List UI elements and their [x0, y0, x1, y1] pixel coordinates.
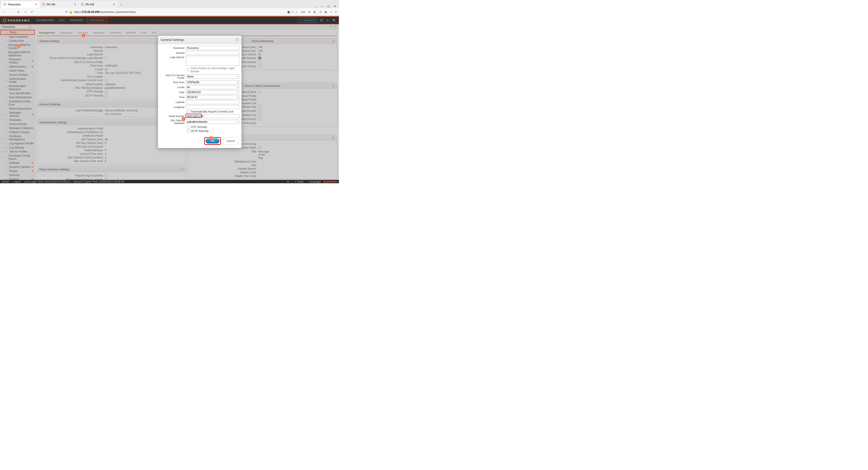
sidebar-item[interactable]: ▫Licenses: [0, 173, 35, 177]
play-icon[interactable]: ▶: [325, 10, 327, 13]
sidebar-item[interactable]: ▫Device Quarantine: [0, 107, 35, 111]
sidebar-item[interactable]: ▸▫Certificate Management: [0, 134, 35, 142]
url-filtering-select[interactable]: paloaltonetworks▾: [186, 120, 239, 124]
timezone-select[interactable]: US/Pacific▾: [186, 80, 239, 84]
nav-home-button[interactable]: ⌂: [23, 9, 28, 15]
window-close-button[interactable]: ✕: [334, 5, 336, 8]
gtp-security-checkbox[interactable]: [187, 126, 190, 129]
sidebar-item[interactable]: ▫Managed WildFire Appliances: [0, 50, 35, 57]
locale-select[interactable]: en▾: [186, 85, 239, 89]
scope-selector[interactable]: Panorama ▾: [1, 25, 31, 29]
search-icon[interactable]: 🔍: [332, 18, 336, 22]
sidebar-item[interactable]: ▸▫Server Profiles: [0, 150, 35, 154]
translate-icon[interactable]: 文: [319, 10, 322, 14]
tab-close-button[interactable]: ✕: [74, 3, 76, 6]
bookmark-icon[interactable]: ☆: [291, 10, 294, 13]
sidebar-item[interactable]: ▫Device Groups: [0, 122, 35, 126]
main-tab-panorama[interactable]: PANORAMA: [87, 18, 107, 23]
tasks-link[interactable]: ≡ Tasks: [294, 180, 304, 183]
force-ack-checkbox[interactable]: [187, 68, 190, 71]
sidebar-item[interactable]: ▫Templates: [0, 118, 35, 122]
sidebar-item[interactable]: ▫Setup: [0, 30, 35, 35]
new-tab-button[interactable]: ＋: [118, 2, 124, 8]
cancel-button[interactable]: Cancel: [223, 137, 239, 145]
serial-number-input[interactable]: [186, 114, 239, 118]
hostname-input[interactable]: [186, 46, 239, 50]
sidebar-item[interactable]: ▫Config Audit: [0, 39, 35, 43]
ssl-tls-select[interactable]: None▾: [186, 74, 239, 79]
sidebar-item[interactable]: ▫Collector Groups: [0, 130, 35, 134]
browser-tab[interactable]: Panorama✕: [1, 1, 39, 8]
mail-icon[interactable]: ✉: [287, 180, 289, 183]
sidebar-item[interactable]: ▫Software: [0, 161, 35, 165]
commit-button[interactable]: ⚠ Commit ▾: [298, 18, 317, 23]
sub-tab-telemetry[interactable]: Telemetry: [107, 30, 124, 36]
sidebar-item[interactable]: ▫Administrators: [0, 65, 35, 69]
browser-tab[interactable]: PA-VM✕: [40, 1, 79, 8]
window-minimize-button[interactable]: —: [320, 5, 323, 8]
sidebar-item[interactable]: ▫High Availability: [0, 35, 35, 39]
nav-reload-button[interactable]: ⟳: [16, 9, 21, 15]
sidebar-item[interactable]: ▫Support: [0, 177, 35, 180]
sidebar-item[interactable]: ▫Dynamic Updates: [0, 165, 35, 169]
link[interactable]: Get certificate: [105, 113, 122, 116]
address-bar[interactable]: 🛡 🔒 https://172.20.29.200/#panorama:::pa…: [36, 9, 286, 15]
sidebar-item[interactable]: ▫Log Settings: [0, 146, 35, 150]
gear-icon[interactable]: ⚙: [332, 39, 335, 43]
chevron-down-icon[interactable]: ⌄: [314, 5, 316, 8]
sidebar-item[interactable]: ▫User Identification: [0, 91, 35, 95]
sidebar-item[interactable]: ▫Authentication Sequence: [0, 84, 35, 91]
sub-tab-wildfire[interactable]: WildFire: [124, 30, 138, 36]
clipboard-icon[interactable]: 🗐: [319, 18, 323, 22]
login-banner-textarea[interactable]: [186, 56, 239, 66]
main-tab-dashboard[interactable]: DASHBOARD: [35, 18, 55, 23]
sidebar-item[interactable]: ▫Log Ingestion Profile: [0, 142, 35, 146]
sidebar-item[interactable]: ▸▫Managed Devices: [0, 111, 35, 118]
latitude-input[interactable]: [186, 100, 239, 104]
sidebar-item[interactable]: ▫Password Profiles: [0, 57, 35, 65]
sidebar-item[interactable]: ▫Data Redistribution: [0, 95, 35, 99]
help-icon[interactable]: ⓘ: [334, 25, 337, 29]
sidebar-item[interactable]: ▫Plugins: [0, 169, 35, 173]
help-icon[interactable]: ?: [235, 38, 239, 41]
sub-tab-management[interactable]: Management: [37, 30, 57, 36]
date-select[interactable]: 2023/01/10▾: [186, 90, 239, 94]
download-icon[interactable]: ⭳: [295, 10, 298, 13]
domain-input[interactable]: [186, 51, 239, 55]
auto-commit-lock-checkbox[interactable]: [187, 110, 190, 113]
sctp-security-checkbox[interactable]: [187, 130, 190, 133]
tab-close-button[interactable]: ✕: [35, 3, 37, 6]
menu-icon[interactable]: ≡: [335, 10, 337, 13]
refresh-icon[interactable]: ⟳: [330, 25, 333, 29]
sidebar-item[interactable]: ▫Managed Collectors: [0, 126, 35, 130]
browser-tab[interactable]: PA-VM✕: [79, 1, 117, 8]
tab-close-button[interactable]: ✕: [113, 3, 115, 6]
overflow-icon[interactable]: »: [330, 10, 332, 13]
nav-undo-button[interactable]: ↶: [29, 9, 35, 15]
longitude-input[interactable]: [186, 105, 239, 109]
sub-tab-operations[interactable]: Operations: [57, 30, 75, 36]
main-tab-monitor[interactable]: MONITOR: [69, 18, 84, 23]
qr-icon[interactable]: ▦: [287, 10, 290, 13]
sidebar-item[interactable]: ▫Authentication Profile: [0, 77, 35, 84]
library-icon[interactable]: ⫿⫿⫿: [301, 10, 305, 13]
sub-tab-ace[interactable]: ACE: [149, 30, 159, 36]
nav-forward-button[interactable]: →: [9, 9, 14, 15]
nav-back-button[interactable]: ←: [2, 9, 8, 15]
window-maximize-button[interactable]: ▢: [328, 5, 330, 8]
gear-icon[interactable]: ⚙: [181, 168, 184, 171]
time-select[interactable]: 05:24:47▾: [186, 95, 239, 99]
logout-link[interactable]: Logout: [13, 180, 21, 183]
sub-tab-hsm[interactable]: HSM: [138, 30, 149, 36]
gear-icon[interactable]: ⚙: [332, 136, 335, 139]
main-tab-acc[interactable]: ACC: [58, 18, 66, 23]
extension-icon[interactable]: ◧: [314, 10, 316, 13]
sidebar-item[interactable]: ▫Admin Roles: [0, 69, 35, 73]
sidebar-item[interactable]: ▫Access Domain: [0, 73, 35, 77]
gear-icon[interactable]: ⚙: [332, 84, 335, 88]
evernote-icon[interactable]: ✱: [308, 10, 310, 13]
pdf-icon[interactable]: 🗎: [326, 18, 330, 22]
language-link[interactable]: Language: [309, 180, 321, 183]
sidebar-item[interactable]: ▫Scheduled Config Export: [0, 154, 35, 161]
sidebar-item[interactable]: ▫Scheduled Config Push: [0, 99, 35, 107]
